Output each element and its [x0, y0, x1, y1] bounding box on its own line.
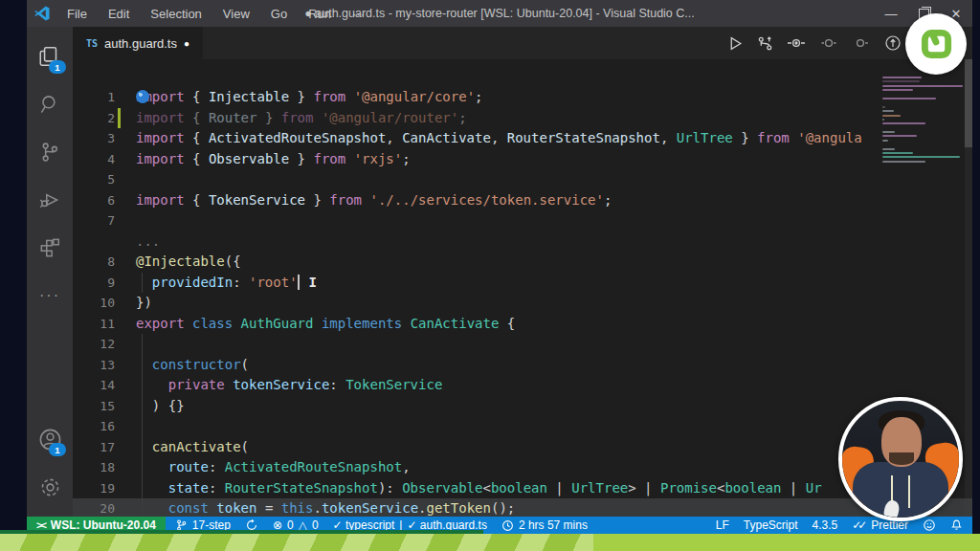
code-token: , — [386, 130, 402, 145]
activity-explorer-button[interactable]: 1 — [27, 33, 73, 80]
language-mode-item[interactable]: TypeScript — [744, 518, 798, 532]
menu-go[interactable]: Go — [262, 5, 296, 23]
code-token — [136, 439, 152, 454]
code-token: route — [168, 459, 209, 474]
line-number: 7 — [73, 210, 115, 231]
code-line-fold[interactable]: ... — [73, 231, 972, 253]
time-tracker-label: 2 hrs 57 mins — [519, 518, 588, 532]
minimap-line — [882, 135, 917, 137]
code-line-2[interactable]: 2import { Router } from '@angular/router… — [73, 108, 972, 129]
code-line-8[interactable]: 8@Injectable({ — [73, 252, 972, 273]
minimap-line — [882, 85, 963, 87]
code-line-3[interactable]: 3import { ActivatedRouteSnapshot, CanAct… — [73, 128, 972, 149]
code-token: tokenService — [233, 377, 329, 392]
line-number: 12 — [73, 334, 115, 355]
code-token: { — [185, 89, 209, 104]
activity-source-control-button[interactable] — [27, 128, 73, 176]
code-line-6[interactable]: 6import { TokenService } from './../serv… — [73, 190, 972, 211]
minimap-line — [882, 80, 920, 82]
ts-version-item[interactable]: 4.3.5 — [813, 518, 838, 532]
menu-[interactable]: ··· — [344, 5, 373, 23]
code-line-14[interactable]: 14 private tokenService: TokenService — [73, 375, 972, 396]
code-token — [345, 151, 353, 166]
minimize-button[interactable]: — — [875, 1, 907, 26]
menu-selection[interactable]: Selection — [142, 5, 210, 23]
channel-logo — [905, 13, 967, 75]
code-line-13[interactable]: 13 constructor( — [73, 355, 972, 376]
menu-file[interactable]: File — [58, 5, 96, 23]
split-editor-button[interactable] — [757, 35, 773, 52]
code-token: Observable — [402, 480, 482, 496]
accounts-button[interactable]: 1 — [27, 415, 73, 463]
menu-run[interactable]: Run — [300, 5, 340, 23]
feedback-icon — [923, 518, 936, 532]
code-line-18[interactable]: 18 route: ActivatedRouteSnapshot, — [73, 457, 972, 478]
vertical-scrollbar[interactable] — [965, 59, 972, 517]
code-token: ; — [458, 110, 466, 125]
code-line-19[interactable]: 19 state: RouterStateSnapshot): Observab… — [73, 478, 972, 499]
title-bar: FileEditSelectionViewGoRun··· ● auth.gua… — [27, 0, 972, 27]
code-line-12[interactable]: 12 — [73, 334, 972, 355]
line-number: 17 — [73, 437, 115, 458]
code-line-4[interactable]: 4import { Observable } from 'rxjs'; — [73, 149, 972, 170]
tab-label: auth.guard.ts — [104, 36, 177, 51]
code-line-16[interactable]: 16 — [73, 416, 972, 437]
minimap[interactable] — [882, 77, 965, 165]
code-token: . — [313, 500, 321, 516]
time-tracker-item[interactable]: 2 hrs 57 mins — [501, 518, 588, 532]
activity-search-button[interactable] — [27, 80, 73, 128]
menu-edit[interactable]: Edit — [100, 5, 138, 23]
activity-run-debug-button[interactable] — [27, 176, 73, 224]
activity-extensions-button[interactable] — [27, 224, 73, 272]
bell-icon — [950, 518, 963, 532]
menu-view[interactable]: View — [214, 5, 258, 23]
code-token — [136, 275, 152, 290]
code-line-1[interactable]: 1import { Injectable } from '@angular/co… — [73, 87, 972, 108]
toggle-2-button[interactable] — [819, 36, 838, 50]
scrollbar-slider[interactable] — [965, 59, 972, 147]
minimap-line — [882, 77, 922, 78]
code-text: import { Observable } from 'rxjs'; — [136, 149, 411, 170]
feedback-item[interactable] — [923, 518, 936, 532]
toggle-1-button[interactable] — [787, 36, 806, 50]
run-file-button[interactable] — [727, 35, 744, 52]
gutter — [118, 190, 121, 211]
code-token: from — [281, 110, 314, 125]
code-line-20[interactable]: 20 const token = this.tokenService.getTo… — [73, 498, 972, 517]
more-editor-actions-button[interactable] — [884, 34, 902, 52]
code-token: = — [256, 500, 280, 516]
code-line-5[interactable]: 5 — [73, 169, 972, 190]
code-text: import { Injectable } from '@angular/cor… — [136, 87, 483, 108]
eol-item[interactable]: LF — [716, 518, 729, 532]
code-token: import — [136, 192, 185, 208]
code-token: RouterStateSnapshot — [225, 480, 378, 496]
code-line-15[interactable]: 15 ) {} — [73, 396, 972, 417]
code-line-10[interactable]: 10}) — [73, 293, 972, 314]
code-editor[interactable]: 1import { Injectable } from '@angular/co… — [73, 59, 972, 517]
inline-suggestion-icon[interactable] — [136, 90, 149, 103]
code-line-7[interactable]: 7 — [73, 210, 972, 231]
code-token — [136, 459, 168, 474]
code-line-9[interactable]: 9 providedIn: 'root'I — [73, 273, 972, 294]
code-token: > | — [628, 480, 660, 496]
extensions-icon — [37, 235, 62, 260]
toggle-3-button[interactable] — [852, 36, 871, 50]
code-line-17[interactable]: 17 canActivate( — [73, 437, 972, 458]
code-line-11[interactable]: 11export class AuthGuard implements CanA… — [73, 314, 972, 335]
gutter — [118, 231, 121, 253]
code-token: } — [289, 151, 313, 166]
code-token: const — [168, 500, 209, 516]
notifications-item[interactable] — [950, 518, 963, 532]
code-token: ; — [604, 192, 612, 208]
code-text: ... — [136, 231, 160, 253]
code-token: boolean — [491, 480, 547, 496]
minimap-line — [882, 156, 960, 158]
activity-more-button[interactable]: ··· — [27, 272, 73, 320]
tab-auth-guard[interactable]: TS auth.guard.ts ● — [73, 27, 203, 59]
explorer-badge: 1 — [49, 60, 66, 74]
code-token: getToken — [427, 500, 491, 516]
minimap-line — [882, 98, 936, 99]
settings-button[interactable] — [27, 463, 73, 511]
code-token: TokenService — [209, 192, 305, 208]
gutter — [118, 252, 121, 273]
